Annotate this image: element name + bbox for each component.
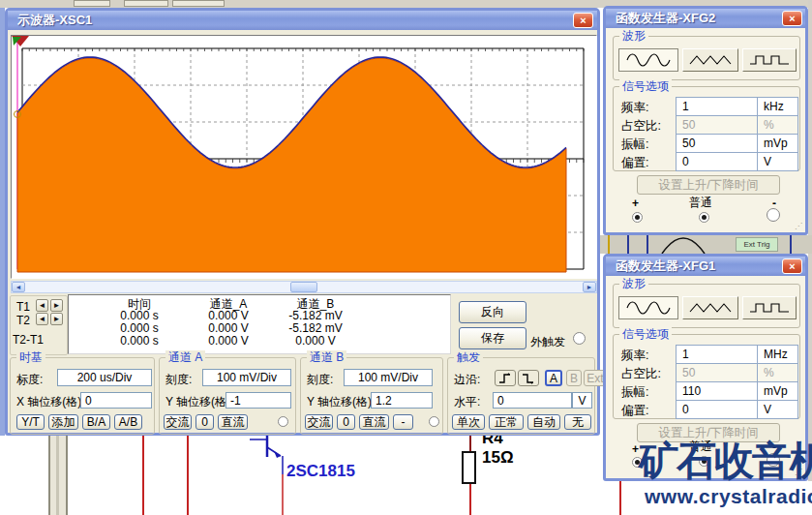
- trigger-normal-button[interactable]: 正常: [489, 414, 524, 430]
- display-scrollbar[interactable]: ◄ ►: [11, 281, 597, 293]
- t2-right-button[interactable]: ►: [50, 313, 63, 325]
- channel-a-ac-button[interactable]: 交流: [164, 414, 192, 430]
- t1-right-button[interactable]: ►: [50, 299, 63, 312]
- xfg1-frequency-unit: MHz: [757, 345, 798, 364]
- t2-left-button[interactable]: ◄: [36, 313, 48, 325]
- triangle-wave-icon: [689, 301, 732, 315]
- circuit-gap-strip: Ext Trig: [600, 235, 812, 254]
- xfg1-duty-value: 50: [682, 366, 695, 379]
- save-button[interactable]: 保存: [459, 327, 526, 349]
- xfg1-frequency-label: 频率:: [621, 348, 648, 364]
- trigger-auto-button[interactable]: 自动: [527, 414, 560, 430]
- channel-b-scale-value: 100 mV/Div: [358, 371, 418, 384]
- ext-trig-label: Ext Trig: [743, 240, 769, 249]
- xfg1-offset-input[interactable]: 0: [676, 400, 758, 419]
- ab-mode-button[interactable]: A/B: [114, 414, 142, 430]
- channel-a-scale-input[interactable]: 100 mV/Div: [202, 369, 291, 386]
- trigger-level-input[interactable]: 0: [493, 392, 572, 409]
- ext-trigger-radio[interactable]: [573, 332, 586, 345]
- channel-a-ypos-label: Y 轴位移(格):: [165, 394, 233, 410]
- screen: Ext Trig 2SC1815 R4 15Ω 示波器-XSC1 ×: [0, 0, 812, 515]
- triangle-wave-button[interactable]: [682, 48, 738, 72]
- close-button[interactable]: ×: [573, 13, 593, 28]
- resize-grip-icon[interactable]: ⋰: [795, 222, 803, 230]
- xfg2-signal-group-title: 信号选项: [619, 79, 672, 93]
- timebase-scale-value: 200 us/Div: [77, 371, 133, 384]
- scroll-left-icon: ◄: [15, 284, 22, 290]
- trigger-single-button[interactable]: 单次: [452, 414, 485, 430]
- triangle-wave-button[interactable]: [682, 296, 738, 319]
- xfg2-rise-fall-label: 设置上升/下降时间: [658, 177, 758, 194]
- channel-a-dc-button[interactable]: 直流: [218, 414, 248, 430]
- channel-b-am-band: [17, 58, 566, 272]
- channel-a-radio[interactable]: [278, 416, 288, 427]
- xfg2-amplitude-unit: mVp: [757, 134, 798, 153]
- xfg1-frequency-value: 1: [682, 348, 689, 361]
- channel-a-zero-button[interactable]: 0: [195, 414, 214, 430]
- channel-a-group: 通道 A 刻度: 100 mV/Div Y 轴位移(格): -1 交流 0 直流: [159, 357, 296, 435]
- channel-b-dc-button[interactable]: 直流: [359, 414, 389, 430]
- timebase-xpos-input[interactable]: 0: [80, 392, 152, 409]
- timebase-scale-input[interactable]: 200 us/Div: [57, 369, 152, 386]
- ac-label: 交流: [308, 414, 331, 431]
- reverse-button[interactable]: 反向: [459, 301, 526, 323]
- channel-b-zero-button[interactable]: 0: [337, 414, 355, 430]
- xfg1-amplitude-value: 110: [682, 384, 701, 398]
- channel-b-radio[interactable]: [429, 416, 439, 427]
- xfg2-minus-terminal[interactable]: [767, 208, 780, 222]
- resistor-value-label[interactable]: 15Ω: [482, 448, 514, 468]
- xfg2-common-terminal[interactable]: [699, 212, 709, 223]
- channel-b-ac-button[interactable]: 交流: [305, 414, 333, 430]
- yt-mode-button[interactable]: Y/T: [16, 414, 45, 430]
- xfg1-frequency-unit-label: MHz: [764, 348, 788, 361]
- xfg1-duty-unit-label: %: [764, 366, 774, 379]
- t2-label: T2: [16, 314, 30, 327]
- timebase-xpos-value: 0: [85, 394, 92, 408]
- trigger-source-a-button[interactable]: A: [545, 370, 562, 386]
- add-mode-button[interactable]: 添加: [48, 414, 78, 430]
- scrollbar-thumb[interactable]: [290, 282, 317, 292]
- ba-mode-button[interactable]: B/A: [82, 414, 110, 430]
- circuit-wire: [142, 436, 144, 515]
- channel-b-scale-input[interactable]: 100 mV/Div: [344, 369, 433, 386]
- channel-a-ypos-input[interactable]: -1: [226, 392, 291, 409]
- channel-b-scale-label: 刻度:: [307, 372, 333, 388]
- trigger-source-b-button[interactable]: B: [566, 370, 582, 386]
- resistor-r4[interactable]: [462, 451, 476, 484]
- oscilloscope-window: 示波器-XSC1 × ◄ ► T1 ◄ ►: [5, 8, 600, 436]
- xfg2-amplitude-input[interactable]: 50: [676, 134, 758, 153]
- xfg1-titlebar[interactable]: 函数发生器-XFG1: [606, 257, 805, 276]
- sine-wave-button[interactable]: [618, 296, 678, 319]
- close-button[interactable]: ×: [782, 11, 802, 26]
- square-wave-button[interactable]: [742, 48, 797, 72]
- square-wave-button[interactable]: [742, 296, 797, 319]
- circuit-pole: [48, 436, 68, 515]
- close-button[interactable]: ×: [782, 258, 802, 274]
- xfg1-amplitude-input[interactable]: 110: [676, 381, 758, 401]
- xfg2-offset-input[interactable]: 0: [676, 152, 758, 171]
- xfg2-rise-fall-button[interactable]: 设置上升/下降时间: [637, 175, 780, 195]
- xfg1-frequency-input[interactable]: 1: [676, 345, 758, 364]
- circuit-wire: [469, 434, 471, 452]
- none-label: 无: [572, 414, 584, 431]
- transistor-label[interactable]: 2SC1815: [286, 462, 355, 481]
- add-label: 添加: [52, 414, 75, 431]
- channel-b-ypos-input[interactable]: 1.2: [371, 392, 433, 409]
- trigger-none-button[interactable]: 无: [564, 414, 591, 430]
- falling-edge-button[interactable]: [518, 370, 539, 386]
- xfg2-frequency-input[interactable]: 1: [676, 97, 758, 116]
- scroll-right-button[interactable]: ►: [583, 282, 596, 292]
- table-cell: 0.000 s: [96, 309, 183, 322]
- rising-edge-button[interactable]: [495, 370, 516, 386]
- sine-wave-button[interactable]: [618, 48, 678, 72]
- channel-b-minus-button[interactable]: -: [393, 414, 413, 430]
- oscilloscope-titlebar[interactable]: 示波器-XSC1: [8, 11, 597, 30]
- xfg2-titlebar[interactable]: 函数发生器-XFG2: [606, 9, 805, 28]
- table-cell: 0.000 s: [96, 321, 183, 335]
- xfg2-plus-terminal[interactable]: [632, 212, 643, 223]
- t1-left-button[interactable]: ◄: [36, 299, 48, 312]
- scroll-left-button[interactable]: ◄: [12, 282, 25, 292]
- close-icon: ×: [789, 260, 795, 272]
- close-icon: ×: [580, 15, 586, 26]
- xfg1-plus-terminal-label: +: [632, 442, 639, 456]
